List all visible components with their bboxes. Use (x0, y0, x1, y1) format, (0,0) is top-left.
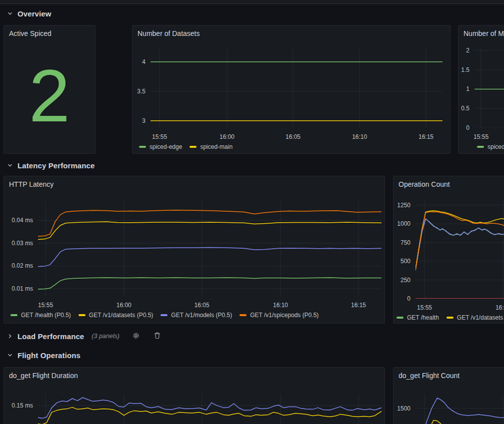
y-tick-label: 0.5 (458, 104, 470, 112)
http_latency-legend: GET /health (P0.5)GET /v1/datasets (P0.5… (10, 312, 318, 319)
chevron-down-icon (7, 10, 13, 16)
section-header-overview[interactable]: Overview (7, 7, 52, 20)
row-settings-button[interactable] (131, 331, 141, 342)
legend-swatch (396, 317, 404, 319)
operation_count-legend: GET /healthGET /v1/datasets (396, 314, 503, 321)
panel-title-flight-duration[interactable]: do_get Flight Duration (9, 372, 78, 380)
trash-icon (154, 332, 161, 341)
y-tick-label: 0.15 ms (4, 402, 33, 410)
section-title-load-performance[interactable]: Load Performance (18, 332, 84, 341)
panel-do-get-flight-duration: do_get Flight Duration 15:5516:0016:0516… (4, 367, 385, 424)
section-header-flight-operations[interactable]: Flight Operations (7, 349, 80, 362)
datasets-plot-area[interactable] (150, 49, 442, 128)
x-tick-label: 15:55 (465, 133, 497, 140)
y-tick-label: 2 (458, 46, 470, 54)
x-tick-label: 16:05 (277, 133, 309, 140)
y-tick-label: 1000 (394, 220, 410, 228)
series-line-get-v1-datasets-p0-5- (38, 222, 382, 240)
x-tick-label: 16:15 (410, 133, 442, 140)
series-line-get-v1-models-p0-5- (38, 248, 382, 267)
y-tick-label: 0.01 ms (4, 285, 33, 293)
legend-item[interactable]: GET /v1/spicepods (P0.5) (240, 312, 318, 319)
series-line-series-blue (422, 398, 504, 424)
series-line-series-blue (38, 398, 382, 419)
section-title-latency-performance[interactable]: Latency Performance (18, 161, 94, 170)
legend-label: spiced-edge (150, 143, 182, 150)
series-line-get-v1-spicepods-p0-5- (38, 210, 382, 236)
http_latency-plot-area[interactable] (38, 201, 382, 296)
y-tick-label: 1500 (394, 405, 410, 413)
y-tick-label: 1250 (394, 201, 410, 209)
chevron-down-icon (7, 162, 13, 168)
models-legend: spiced-edge (477, 143, 504, 150)
panel-do-get-flight-count: do_get Flight Count 15:5516:0016:0516:10… (393, 367, 504, 424)
series-line-get-v1-spicepods (416, 212, 504, 270)
legend-label: GET /health (P0.5) (21, 312, 71, 319)
chevron-down-icon (7, 352, 13, 358)
panel-title-http-latency[interactable]: HTTP Latency (9, 180, 54, 188)
legend-swatch (10, 314, 18, 316)
y-tick-label: 0.02 ms (4, 262, 33, 270)
datasets-legend: spiced-edgespiced-main (139, 143, 232, 150)
flight_count-plot-area[interactable] (416, 394, 504, 424)
stat-wrap: 2 (4, 25, 95, 153)
top-toolbar-edge (0, 0, 504, 4)
legend-label: GET /v1/models (P0.5) (171, 312, 232, 319)
legend-item[interactable]: spiced-edge (477, 143, 504, 150)
y-tick-label: 0.03 ms (4, 239, 33, 247)
legend-item[interactable]: spiced-edge (139, 143, 182, 150)
y-tick-label: 0.04 ms (4, 216, 33, 224)
panel-number-of-datasets: Number of Datasets 15:5516:0016:0516:101… (132, 25, 450, 154)
operation_count-plot-area[interactable] (416, 201, 504, 299)
x-tick-label: 16:00 (211, 133, 243, 140)
x-tick-label: 16:05 (186, 302, 218, 309)
panel-title-number-of-datasets[interactable]: Number of Datasets (138, 29, 200, 37)
panel-title-operation-count[interactable]: Operation Count (398, 180, 450, 188)
legend-item[interactable]: GET /v1/datasets (446, 314, 504, 321)
flight_duration-plot-area[interactable] (38, 394, 382, 424)
legend-label: GET /v1/spicepods (P0.5) (250, 312, 318, 319)
panel-title-number-of-models[interactable]: Number of Models (464, 29, 504, 37)
chevron-right-icon (7, 333, 13, 339)
panel-count-label: (3 panels) (92, 333, 120, 340)
section-header-load-performance[interactable]: Load Performance (3 panels) (7, 330, 162, 343)
panel-operation-count: Operation Count 15:5516:0016:0516:1016:1… (393, 176, 504, 324)
models-plot-area[interactable] (474, 48, 504, 128)
operation-count-chart: 15:5516:0016:0516:1016:15025050075010001… (394, 176, 504, 323)
panel-http-latency: HTTP Latency 15:5516:0016:0516:1016:150.… (4, 176, 385, 324)
y-tick-label: 0 (458, 124, 470, 132)
legend-item[interactable]: GET /health (P0.5) (10, 312, 71, 319)
panel-active-spiced: Active Spiced 2 (4, 25, 96, 154)
legend-label: spiced-edge (488, 143, 504, 150)
legend-swatch (78, 314, 86, 316)
x-tick-label: 16:10 (264, 302, 296, 309)
series-line-series-yellow (424, 421, 470, 424)
number-of-datasets-chart: 15:5516:0016:0516:1016:1533.54spiced-edg… (132, 25, 450, 153)
legend-item[interactable]: GET /v1/datasets (P0.5) (78, 312, 154, 319)
legend-swatch (190, 146, 196, 148)
x-tick-label: 15:55 (30, 302, 62, 309)
y-tick-label: 250 (394, 276, 410, 284)
x-tick-label: 15:55 (144, 133, 176, 140)
legend-swatch (446, 317, 454, 319)
legend-item[interactable]: GET /health (396, 314, 439, 321)
legend-swatch (139, 146, 146, 148)
panel-title-flight-count[interactable]: do_get Flight Count (398, 372, 460, 380)
panel-title-active-spiced[interactable]: Active Spiced (9, 29, 52, 37)
legend-item[interactable]: spiced-main (190, 143, 232, 150)
row-delete-button[interactable] (152, 331, 162, 342)
x-tick-label: 16:15 (342, 302, 374, 309)
http-latency-chart: 15:5516:0016:0516:1016:150.01 ms0.02 ms0… (4, 176, 384, 323)
series-line-get-health-p0-5- (38, 278, 382, 289)
section-header-latency-performance[interactable]: Latency Performance (7, 159, 94, 172)
legend-label: GET /health (407, 314, 439, 321)
section-title-flight-operations[interactable]: Flight Operations (18, 351, 80, 360)
section-title-overview[interactable]: Overview (18, 9, 52, 18)
x-tick-label: 15:55 (408, 304, 440, 311)
legend-label: GET /v1/datasets (457, 314, 504, 321)
legend-swatch (477, 146, 484, 148)
legend-label: spiced-main (200, 143, 232, 150)
legend-item[interactable]: GET /v1/models (P0.5) (160, 312, 232, 319)
x-tick-label: 16:00 (487, 304, 504, 311)
y-tick-label: 4 (132, 58, 146, 66)
